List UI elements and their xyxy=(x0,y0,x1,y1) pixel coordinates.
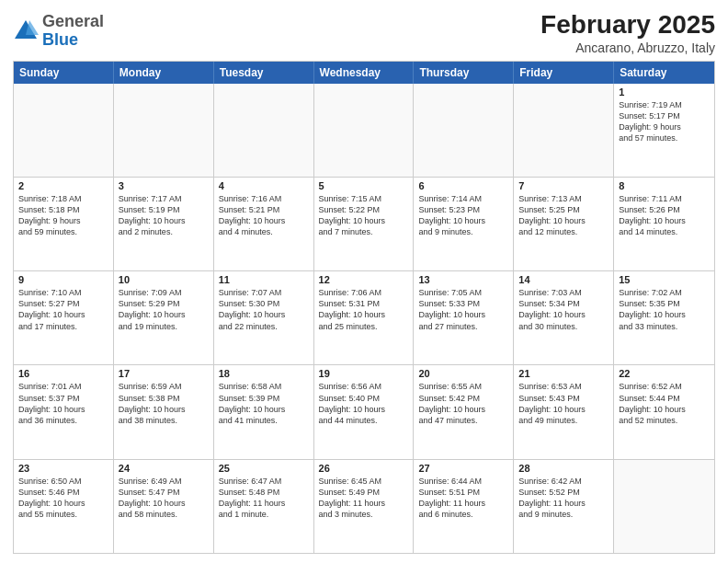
day-number: 15 xyxy=(619,274,710,285)
day-cell: 20Sunrise: 6:55 AM Sunset: 5:42 PM Dayli… xyxy=(414,365,514,458)
day-info: Sunrise: 6:45 AM Sunset: 5:49 PM Dayligh… xyxy=(319,476,409,521)
day-cell: 1Sunrise: 7:19 AM Sunset: 5:17 PM Daylig… xyxy=(614,84,714,177)
day-cell: 19Sunrise: 6:56 AM Sunset: 5:40 PM Dayli… xyxy=(314,365,415,458)
day-number: 21 xyxy=(518,368,609,379)
day-number: 2 xyxy=(18,180,108,191)
day-number: 11 xyxy=(219,274,309,285)
day-info: Sunrise: 6:56 AM Sunset: 5:40 PM Dayligh… xyxy=(319,381,409,426)
day-cell: 27Sunrise: 6:44 AM Sunset: 5:51 PM Dayli… xyxy=(414,460,514,553)
title-block: February 2025 Ancarano, Abruzzo, Italy xyxy=(540,9,715,55)
day-cell: 12Sunrise: 7:06 AM Sunset: 5:31 PM Dayli… xyxy=(314,271,415,364)
day-info: Sunrise: 6:50 AM Sunset: 5:46 PM Dayligh… xyxy=(18,476,108,521)
day-info: Sunrise: 6:44 AM Sunset: 5:51 PM Dayligh… xyxy=(418,476,508,521)
day-info: Sunrise: 7:19 AM Sunset: 5:17 PM Dayligh… xyxy=(619,99,710,144)
day-cell: 18Sunrise: 6:58 AM Sunset: 5:39 PM Dayli… xyxy=(214,365,314,458)
day-info: Sunrise: 7:15 AM Sunset: 5:22 PM Dayligh… xyxy=(319,193,409,238)
day-cell: 25Sunrise: 6:47 AM Sunset: 5:48 PM Dayli… xyxy=(214,460,314,553)
day-info: Sunrise: 7:01 AM Sunset: 5:37 PM Dayligh… xyxy=(18,381,108,426)
day-cell: 23Sunrise: 6:50 AM Sunset: 5:46 PM Dayli… xyxy=(14,460,114,553)
day-cell: 28Sunrise: 6:42 AM Sunset: 5:52 PM Dayli… xyxy=(514,460,614,553)
week-row-3: 16Sunrise: 7:01 AM Sunset: 5:37 PM Dayli… xyxy=(14,364,714,458)
day-cell: 5Sunrise: 7:15 AM Sunset: 5:22 PM Daylig… xyxy=(314,178,415,270)
logo-blue-text: Blue xyxy=(42,30,78,49)
day-cell xyxy=(214,84,314,177)
page: General Blue February 2025 Ancarano, Abr… xyxy=(0,0,728,563)
day-info: Sunrise: 7:17 AM Sunset: 5:19 PM Dayligh… xyxy=(119,193,209,238)
day-number: 14 xyxy=(518,274,609,285)
day-cell: 24Sunrise: 6:49 AM Sunset: 5:47 PM Dayli… xyxy=(114,460,214,553)
day-number: 18 xyxy=(219,368,309,379)
location: Ancarano, Abruzzo, Italy xyxy=(540,40,715,55)
day-info: Sunrise: 7:11 AM Sunset: 5:26 PM Dayligh… xyxy=(619,193,710,238)
day-info: Sunrise: 6:47 AM Sunset: 5:48 PM Dayligh… xyxy=(219,476,309,521)
day-number: 19 xyxy=(319,368,409,379)
day-cell: 13Sunrise: 7:05 AM Sunset: 5:33 PM Dayli… xyxy=(414,271,514,364)
day-info: Sunrise: 7:13 AM Sunset: 5:25 PM Dayligh… xyxy=(518,193,609,238)
day-cell: 21Sunrise: 6:53 AM Sunset: 5:43 PM Dayli… xyxy=(514,365,614,458)
day-info: Sunrise: 6:52 AM Sunset: 5:44 PM Dayligh… xyxy=(619,381,710,426)
day-cell: 9Sunrise: 7:10 AM Sunset: 5:27 PM Daylig… xyxy=(14,271,114,364)
day-cell: 10Sunrise: 7:09 AM Sunset: 5:29 PM Dayli… xyxy=(114,271,214,364)
day-number: 20 xyxy=(418,368,508,379)
day-header-sunday: Sunday xyxy=(14,62,114,84)
logo-icon xyxy=(13,18,39,44)
day-number: 23 xyxy=(18,463,108,474)
week-row-1: 2Sunrise: 7:18 AM Sunset: 5:18 PM Daylig… xyxy=(14,177,714,270)
day-info: Sunrise: 7:09 AM Sunset: 5:29 PM Dayligh… xyxy=(119,287,209,332)
day-number: 16 xyxy=(18,368,108,379)
day-cell: 26Sunrise: 6:45 AM Sunset: 5:49 PM Dayli… xyxy=(314,460,415,553)
day-header-tuesday: Tuesday xyxy=(214,62,314,84)
day-number: 22 xyxy=(619,368,710,379)
day-number: 13 xyxy=(418,274,508,285)
day-number: 6 xyxy=(418,180,508,191)
day-cell: 14Sunrise: 7:03 AM Sunset: 5:34 PM Dayli… xyxy=(514,271,614,364)
day-number: 24 xyxy=(119,463,209,474)
logo: General Blue xyxy=(13,13,104,50)
logo-general-text: General xyxy=(42,12,104,30)
day-number: 26 xyxy=(319,463,409,474)
day-cell: 22Sunrise: 6:52 AM Sunset: 5:44 PM Dayli… xyxy=(614,365,714,458)
day-header-thursday: Thursday xyxy=(414,62,514,84)
weeks-container: 1Sunrise: 7:19 AM Sunset: 5:17 PM Daylig… xyxy=(14,84,714,553)
day-cell xyxy=(114,84,214,177)
day-cell: 17Sunrise: 6:59 AM Sunset: 5:38 PM Dayli… xyxy=(114,365,214,458)
month-year: February 2025 xyxy=(540,9,715,40)
day-number: 27 xyxy=(418,463,508,474)
day-info: Sunrise: 6:53 AM Sunset: 5:43 PM Dayligh… xyxy=(518,381,609,426)
day-info: Sunrise: 6:59 AM Sunset: 5:38 PM Dayligh… xyxy=(119,381,209,426)
header: General Blue February 2025 Ancarano, Abr… xyxy=(13,9,715,55)
day-cell xyxy=(614,460,714,553)
day-header-saturday: Saturday xyxy=(614,62,714,84)
day-header-monday: Monday xyxy=(114,62,214,84)
day-cell: 6Sunrise: 7:14 AM Sunset: 5:23 PM Daylig… xyxy=(414,178,514,270)
day-number: 10 xyxy=(119,274,209,285)
day-info: Sunrise: 6:49 AM Sunset: 5:47 PM Dayligh… xyxy=(119,476,209,521)
day-info: Sunrise: 7:07 AM Sunset: 5:30 PM Dayligh… xyxy=(219,287,309,332)
day-cell: 4Sunrise: 7:16 AM Sunset: 5:21 PM Daylig… xyxy=(214,178,314,270)
day-number: 25 xyxy=(219,463,309,474)
day-number: 17 xyxy=(119,368,209,379)
day-info: Sunrise: 7:14 AM Sunset: 5:23 PM Dayligh… xyxy=(418,193,508,238)
day-number: 8 xyxy=(619,180,710,191)
week-row-2: 9Sunrise: 7:10 AM Sunset: 5:27 PM Daylig… xyxy=(14,270,714,364)
day-cell: 16Sunrise: 7:01 AM Sunset: 5:37 PM Dayli… xyxy=(14,365,114,458)
day-number: 7 xyxy=(518,180,609,191)
day-info: Sunrise: 6:55 AM Sunset: 5:42 PM Dayligh… xyxy=(418,381,508,426)
day-number: 4 xyxy=(219,180,309,191)
day-info: Sunrise: 6:42 AM Sunset: 5:52 PM Dayligh… xyxy=(518,476,609,521)
day-info: Sunrise: 7:02 AM Sunset: 5:35 PM Dayligh… xyxy=(619,287,710,332)
day-info: Sunrise: 7:18 AM Sunset: 5:18 PM Dayligh… xyxy=(18,193,108,238)
day-info: Sunrise: 7:06 AM Sunset: 5:31 PM Dayligh… xyxy=(319,287,409,332)
day-number: 3 xyxy=(119,180,209,191)
day-cell: 11Sunrise: 7:07 AM Sunset: 5:30 PM Dayli… xyxy=(214,271,314,364)
day-cell xyxy=(414,84,514,177)
day-number: 9 xyxy=(18,274,108,285)
day-number: 5 xyxy=(319,180,409,191)
day-cell xyxy=(14,84,114,177)
day-number: 12 xyxy=(319,274,409,285)
calendar: SundayMondayTuesdayWednesdayThursdayFrid… xyxy=(13,61,715,554)
day-info: Sunrise: 6:58 AM Sunset: 5:39 PM Dayligh… xyxy=(219,381,309,426)
week-row-0: 1Sunrise: 7:19 AM Sunset: 5:17 PM Daylig… xyxy=(14,84,714,177)
day-info: Sunrise: 7:03 AM Sunset: 5:34 PM Dayligh… xyxy=(518,287,609,332)
day-cell xyxy=(314,84,415,177)
